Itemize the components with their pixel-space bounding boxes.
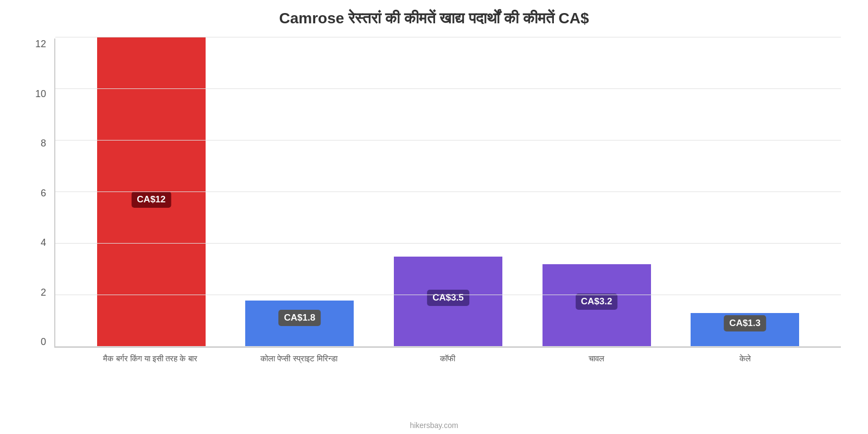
grid-line xyxy=(55,192,841,192)
x-axis-label: चावल xyxy=(542,353,650,364)
price-badge: CA$12 xyxy=(131,192,171,208)
bar: CA$12 xyxy=(97,37,206,347)
y-axis-label: 8 xyxy=(27,138,46,149)
chart-title: Camrose रेस्तरां की कीमतें खाद्य पदार्थो… xyxy=(279,10,589,28)
grid-line xyxy=(55,140,841,141)
y-axis-label: 12 xyxy=(27,39,46,50)
grid-line xyxy=(55,346,841,347)
x-axis-label: मैक बर्गर किंग या इसी तरह के बार xyxy=(96,353,205,364)
price-badge: CA$3.5 xyxy=(427,290,469,306)
bar-column: CA$1.8 xyxy=(245,301,354,347)
plot-area: CA$12CA$1.8CA$3.5CA$3.2CA$1.3 xyxy=(54,39,841,348)
bar-column: CA$3.2 xyxy=(542,264,651,347)
y-axis: 024681012 xyxy=(27,39,49,348)
y-axis-label: 0 xyxy=(27,336,46,348)
bar: CA$3.2 xyxy=(542,264,651,347)
grid-line xyxy=(55,295,841,295)
x-axis: मैक बर्गर किंग या इसी तरह के बारकोला पेप… xyxy=(54,348,841,391)
bars-group: CA$12CA$1.8CA$3.5CA$3.2CA$1.3 xyxy=(55,39,841,347)
bar-column: CA$1.3 xyxy=(691,313,799,347)
bar: CA$3.5 xyxy=(394,257,502,347)
grid-line xyxy=(55,243,841,244)
x-axis-label: केले xyxy=(691,353,799,364)
y-axis-label: 2 xyxy=(27,287,46,298)
grid-line xyxy=(55,88,841,89)
price-badge: CA$1.8 xyxy=(279,310,321,326)
grid-line xyxy=(55,37,841,37)
bar: CA$1.8 xyxy=(245,301,354,347)
x-axis-label: कॉफी xyxy=(393,353,502,364)
bar-column: CA$3.5 xyxy=(394,257,502,347)
chart-container: Camrose रेस्तरां की कीमतें खाद्य पदार्थो… xyxy=(0,0,868,434)
price-badge: CA$3.2 xyxy=(576,293,618,310)
footer-text: hikersbay.com xyxy=(410,421,458,430)
price-badge: CA$1.3 xyxy=(724,315,766,331)
y-axis-label: 6 xyxy=(27,188,46,199)
x-axis-label: कोला पेप्सी स्प्राइट मिरिन्डा xyxy=(245,353,353,364)
chart-area: 024681012 CA$12CA$1.8CA$3.5CA$3.2CA$1.3 … xyxy=(27,39,841,391)
y-axis-label: 4 xyxy=(27,237,46,248)
bar-column: CA$12 xyxy=(97,37,206,347)
y-axis-label: 10 xyxy=(27,88,46,100)
bar: CA$1.3 xyxy=(691,313,799,347)
